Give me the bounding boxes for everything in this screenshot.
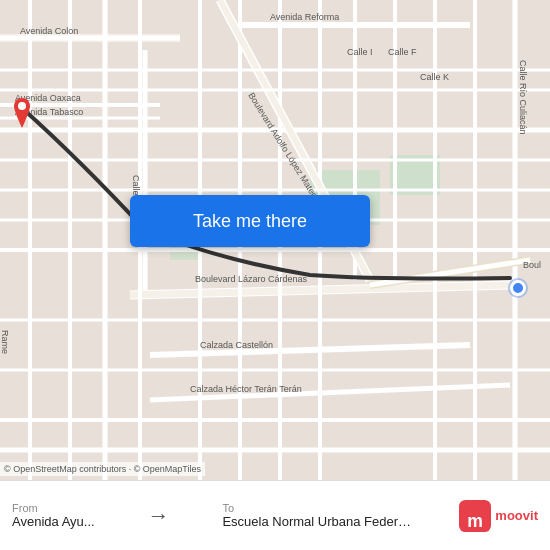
svg-text:Boulevard Lázaro Cárdenas: Boulevard Lázaro Cárdenas	[195, 274, 308, 284]
map-container: Avenida Colon Avenida Reforma Calle Río …	[0, 0, 550, 480]
current-location-dot	[510, 280, 526, 296]
moovit-text: moovit	[495, 508, 538, 523]
map-attribution: © OpenStreetMap contributors · © OpenMap…	[0, 462, 205, 476]
svg-text:Calle Río Culiacán: Calle Río Culiacán	[518, 60, 528, 135]
svg-text:Calle K: Calle K	[420, 72, 449, 82]
svg-text:Calzada Héctor Terán Terán: Calzada Héctor Terán Terán	[190, 384, 302, 394]
svg-text:Calzada Castellón: Calzada Castellón	[200, 340, 273, 350]
from-label: From	[12, 502, 95, 514]
moovit-logo: m moovit	[459, 500, 538, 532]
to-name: Escuela Normal Urbana Federal De ...	[222, 514, 412, 529]
svg-text:Rame: Rame	[0, 330, 10, 354]
from-name: Avenida Ayu...	[12, 514, 95, 529]
to-label: To	[222, 502, 412, 514]
svg-text:m: m	[468, 511, 484, 531]
route-to: To Escuela Normal Urbana Federal De ...	[222, 502, 412, 529]
svg-text:Boul: Boul	[523, 260, 541, 270]
svg-text:Calle F: Calle F	[388, 47, 417, 57]
take-me-there-button[interactable]: Take me there	[130, 195, 370, 247]
bottom-bar: From Avenida Ayu... → To Escuela Normal …	[0, 480, 550, 550]
svg-point-58	[18, 102, 26, 110]
svg-text:Calle I: Calle I	[347, 47, 373, 57]
location-pin	[10, 98, 34, 128]
svg-text:Avenida Reforma: Avenida Reforma	[270, 12, 339, 22]
route-arrow: →	[148, 503, 170, 529]
svg-text:Avenida Colon: Avenida Colon	[20, 26, 78, 36]
moovit-icon: m	[459, 500, 491, 532]
route-from: From Avenida Ayu...	[12, 502, 95, 529]
